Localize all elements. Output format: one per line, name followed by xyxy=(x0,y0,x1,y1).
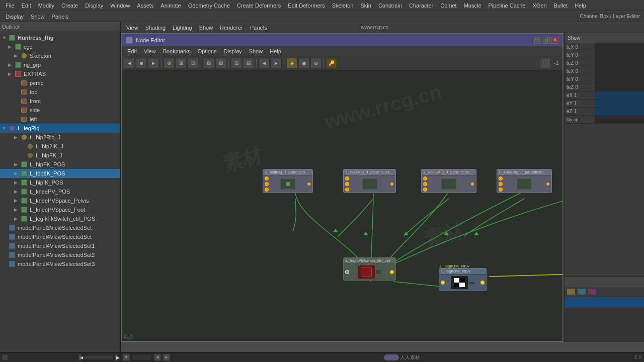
outliner-tree[interactable]: ▼ Huntress_Rig ▶ cgc ▶ Skeleton ▶ rig_gr… xyxy=(0,32,120,352)
outliner-item-top[interactable]: top xyxy=(0,87,120,97)
ne-output-btn[interactable]: ► xyxy=(271,58,282,69)
ne-fit-btn[interactable]: ⊡ xyxy=(231,58,242,69)
ch1-value[interactable] xyxy=(595,43,644,51)
ne-forward-button[interactable]: ■ xyxy=(136,58,147,69)
menu-help[interactable]: Help xyxy=(571,2,590,10)
cn4-port-in3[interactable] xyxy=(499,188,503,192)
outliner-item-llegrig[interactable]: ▼ L_legRig xyxy=(0,124,120,133)
menu-xgen[interactable]: XGen xyxy=(529,2,550,10)
ch8-value[interactable] xyxy=(595,100,644,107)
outliner-item-set2[interactable]: modelPanel4ViewSelectedSet xyxy=(0,232,120,241)
ne-key-btn[interactable]: 🔑 xyxy=(326,58,337,69)
ne-graph-btn[interactable]: ⊞ xyxy=(215,58,226,69)
outliner-scroll-right[interactable]: ► xyxy=(115,354,118,361)
cn3-port-out1[interactable] xyxy=(471,183,474,186)
ne-back-button[interactable]: ◄ xyxy=(124,58,135,69)
menu-bullet[interactable]: Bullet xyxy=(550,2,572,10)
ch3-value[interactable] xyxy=(595,59,644,67)
rp-icon-3[interactable] xyxy=(588,288,597,295)
node-graph[interactable]: 素材 素材 www.rrcg.cn xyxy=(122,70,562,341)
ch2-value[interactable] xyxy=(595,51,644,59)
ne-dots-btn[interactable]: ⋯ xyxy=(540,58,551,69)
ne-light-btn[interactable]: ⊕ xyxy=(310,58,321,69)
menu-geometry-cache[interactable]: Geometry Cache xyxy=(185,2,233,10)
ne-zoom-btn[interactable]: ⊟ xyxy=(243,58,254,69)
ne-menu-help[interactable]: Help xyxy=(266,47,285,55)
vt-show[interactable]: Show xyxy=(196,24,217,32)
maximize-button[interactable]: □ xyxy=(543,37,550,44)
ne-shader-btn[interactable]: ◉ xyxy=(298,58,309,69)
constraint-node-2[interactable]: L_hip2Rig_J_parentConstraint1 xyxy=(343,169,396,193)
outliner-item-left[interactable]: left xyxy=(0,115,120,124)
menu-muscle[interactable]: Muscle xyxy=(460,2,485,10)
menu-display[interactable]: Display xyxy=(82,2,107,10)
bottom-expand-btn[interactable]: ▼ xyxy=(123,354,130,361)
bottom-next-btn[interactable]: ► xyxy=(163,354,170,361)
menu-comet[interactable]: Comet xyxy=(437,2,460,10)
toolbar2-panels[interactable]: Panels xyxy=(48,13,72,21)
rp-icon-2[interactable] xyxy=(577,288,586,295)
ch4-value[interactable] xyxy=(595,67,644,75)
ne-menu-bookmarks[interactable]: Bookmarks xyxy=(159,47,194,55)
outliner-item-extras[interactable]: ▶ EXTRAS xyxy=(0,69,120,78)
menu-edit-deformers[interactable]: Edit Deformers xyxy=(284,2,328,10)
outliner-item-set4[interactable]: modelPanel4ViewSelectedSet2 xyxy=(0,250,120,259)
cn3-port-in2[interactable] xyxy=(423,182,427,186)
outliner-item-lkneepvpos[interactable]: ▶ L_kneePV_POS xyxy=(0,187,120,196)
cn1-port-in2[interactable] xyxy=(265,182,269,186)
rp-icon-1[interactable] xyxy=(567,288,576,295)
ch5-value[interactable] xyxy=(595,75,644,83)
close-button[interactable]: ✕ xyxy=(551,37,558,44)
vt-view[interactable]: View xyxy=(123,24,142,32)
constraint-node-1[interactable]: L_ballRig_J_parentConstraint1 xyxy=(263,169,313,193)
ch9-value[interactable] xyxy=(595,108,644,115)
outliner-item-cgc[interactable]: ▶ cgc xyxy=(0,42,120,51)
outliner-item-lhipfkpos[interactable]: ▶ L_hipFK_POS xyxy=(0,160,120,169)
switch-port-in[interactable] xyxy=(345,270,349,274)
outliner-item-lhipikpos[interactable]: ▶ L_hipIK_POS xyxy=(0,178,120,187)
ne-texture-btn[interactable]: ◈ xyxy=(286,58,297,69)
cn4-port-in1[interactable] xyxy=(499,176,503,180)
menu-edit[interactable]: Edit xyxy=(18,2,35,10)
outliner-item-persp[interactable]: persp xyxy=(0,78,120,87)
cn2-port-in1[interactable] xyxy=(345,176,349,180)
vt-lighting[interactable]: Lighting xyxy=(169,24,196,32)
ne-input-btn[interactable]: ◄ xyxy=(259,58,270,69)
toolbar2-show[interactable]: Show xyxy=(27,13,48,21)
vt-shading[interactable]: Shading xyxy=(142,24,169,32)
ne-pan-tool[interactable]: ⊞ xyxy=(176,58,187,69)
menu-constrain[interactable]: Constrain xyxy=(375,2,406,10)
cn1-port-out1[interactable] xyxy=(307,183,310,186)
outliner-item-set3[interactable]: modelPanel4ViewSelectedSet1 xyxy=(0,241,120,250)
menu-modify[interactable]: Modify xyxy=(35,2,58,10)
menu-window[interactable]: Window xyxy=(107,2,133,10)
outliner-item-side[interactable]: side xyxy=(0,106,120,115)
cn3-port-in3[interactable] xyxy=(423,188,427,192)
menu-skeleton[interactable]: Skeleton xyxy=(329,2,357,10)
menu-assets[interactable]: Assets xyxy=(133,2,157,10)
outliner-item-lhip2ikj[interactable]: L_hip2IK_J xyxy=(0,142,120,151)
ch7-value[interactable] xyxy=(595,92,644,99)
menu-create-deformers[interactable]: Create Deformers xyxy=(233,2,284,10)
switch-port-out[interactable] xyxy=(390,270,394,274)
ne-refresh-button[interactable]: ► xyxy=(148,58,159,69)
ne-layout-btn[interactable]: ⊟ xyxy=(203,58,214,69)
cn3-port-in1[interactable] xyxy=(423,176,427,180)
menu-pipeline-cache[interactable]: Pipeline Cache xyxy=(485,2,529,10)
outliner-item-skeleton[interactable]: ▶ Skeleton xyxy=(0,51,120,60)
outliner-scroll-left[interactable]: ◄ xyxy=(78,354,82,361)
outliner-item-set1[interactable]: modelPanel2ViewSelectedSet xyxy=(0,223,120,232)
constraint-node-3[interactable]: L_ankleRig_J_parentConstraint1 xyxy=(421,169,476,193)
ne-connect-tool[interactable]: ⊡ xyxy=(188,58,199,69)
cn2-port-in2[interactable] xyxy=(345,182,349,186)
outliner-item-lkneepvspacefoot[interactable]: ▶ L_kneePVSpace_Foot xyxy=(0,205,120,214)
outliner-item-lhip2rigj[interactable]: ▶ L_hip2Rig_J xyxy=(0,133,120,142)
rev-node[interactable]: L_legIKFK_REV xyxy=(439,268,487,291)
outliner-scrollbar[interactable] xyxy=(83,355,113,359)
ne-menu-options[interactable]: Options xyxy=(194,47,220,55)
menu-animate[interactable]: Animate xyxy=(157,2,184,10)
menu-character[interactable]: Character xyxy=(406,2,437,10)
constraint-node-4[interactable]: L_kneeRig_J_parentConstraint1 xyxy=(497,169,552,193)
vt-panels[interactable]: Panels xyxy=(247,24,271,32)
outliner-item-riggrp[interactable]: ▶ rig_grp xyxy=(0,60,120,69)
